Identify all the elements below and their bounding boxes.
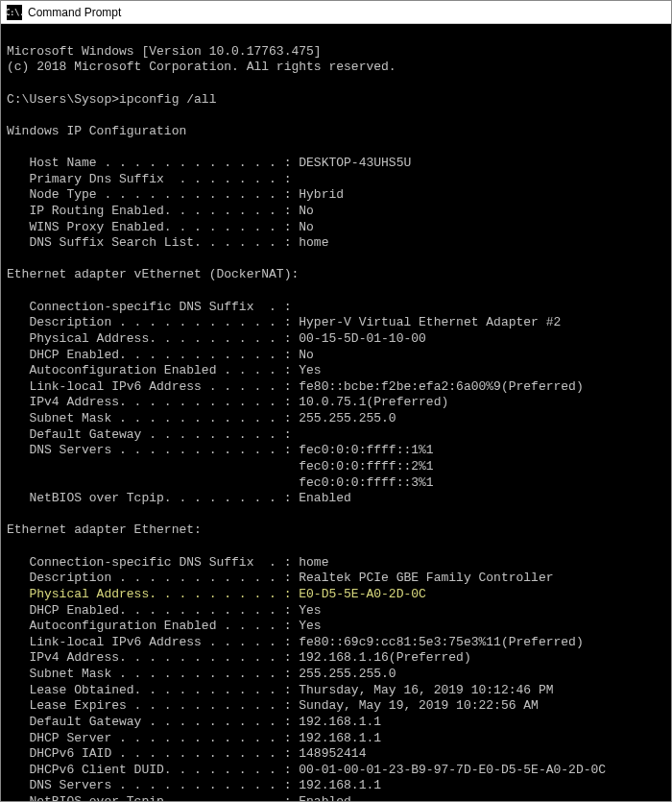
output-row: Description . . . . . . . . . . . : Hype… bbox=[7, 315, 561, 329]
output-row: Host Name . . . . . . . . . . . . : DESK… bbox=[7, 156, 411, 170]
output-row: IPv4 Address. . . . . . . . . . . : 192.… bbox=[7, 650, 471, 665]
output-row: WINS Proxy Enabled. . . . . . . . : No bbox=[7, 220, 314, 234]
output-row: IP Routing Enabled. . . . . . . . : No bbox=[7, 204, 314, 218]
output-row: Lease Obtained. . . . . . . . . . : Thur… bbox=[7, 683, 554, 697]
output-row: DHCPv6 IAID . . . . . . . . . . . : 1489… bbox=[7, 746, 366, 761]
output-row: DHCP Enabled. . . . . . . . . . . : No bbox=[7, 348, 314, 362]
output-row: Subnet Mask . . . . . . . . . . . : 255.… bbox=[7, 667, 396, 681]
output-row: fec0:0:0:ffff::2%1 bbox=[7, 459, 434, 474]
output-row: DNS Suffix Search List. . . . . . : home bbox=[7, 235, 328, 250]
output-row: DHCP Server . . . . . . . . . . . : 192.… bbox=[7, 731, 381, 745]
output-row: Description . . . . . . . . . . . : Real… bbox=[7, 571, 554, 585]
titlebar[interactable]: C:\. Command Prompt bbox=[1, 1, 671, 24]
output-row: Default Gateway . . . . . . . . . : bbox=[7, 427, 291, 442]
output-row: NetBIOS over Tcpip. . . . . . . . : Enab… bbox=[7, 794, 351, 801]
output-row: DHCPv6 Client DUID. . . . . . . . : 00-0… bbox=[7, 763, 606, 777]
adapter-heading: Ethernet adapter Ethernet: bbox=[7, 523, 202, 537]
output-row: Physical Address. . . . . . . . . : 00-1… bbox=[7, 331, 426, 346]
output-row: DHCP Enabled. . . . . . . . . . . : Yes bbox=[7, 603, 322, 618]
output-row: fec0:0:0:ffff::3%1 bbox=[7, 475, 434, 490]
command-prompt-window: C:\. Command Prompt Microsoft Windows [V… bbox=[0, 0, 672, 802]
adapter-heading: Ethernet adapter vEthernet (DockerNAT): bbox=[7, 267, 299, 281]
output-row: Autoconfiguration Enabled . . . . : Yes bbox=[7, 363, 322, 377]
prompt-path: C:\Users\Sysop> bbox=[7, 92, 119, 107]
output-row: Default Gateway . . . . . . . . . : 192.… bbox=[7, 715, 381, 729]
cmd-icon: C:\. bbox=[7, 5, 22, 20]
output-row-highlighted: Physical Address. . . . . . . . . : E0-D… bbox=[7, 587, 426, 601]
section-heading: Windows IP Configuration bbox=[7, 124, 186, 138]
output-row: NetBIOS over Tcpip. . . . . . . . : Enab… bbox=[7, 491, 351, 505]
output-row: Link-local IPv6 Address . . . . . : fe80… bbox=[7, 635, 584, 649]
window-title: Command Prompt bbox=[28, 6, 121, 19]
output-row: Lease Expires . . . . . . . . . . : Sund… bbox=[7, 698, 539, 713]
terminal-output[interactable]: Microsoft Windows [Version 10.0.17763.47… bbox=[1, 24, 671, 801]
prompt-line: C:\Users\Sysop>ipconfig /all bbox=[7, 92, 216, 107]
output-row: DNS Servers . . . . . . . . . . . : 192.… bbox=[7, 778, 381, 792]
output-row: IPv4 Address. . . . . . . . . . . : 10.0… bbox=[7, 395, 448, 409]
output-row: Autoconfiguration Enabled . . . . : Yes bbox=[7, 619, 322, 633]
output-row: DNS Servers . . . . . . . . . . . : fec0… bbox=[7, 443, 434, 457]
output-row: Node Type . . . . . . . . . . . . : Hybr… bbox=[7, 187, 344, 202]
output-row: Connection-specific DNS Suffix . : bbox=[7, 300, 291, 314]
prompt-command: ipconfig /all bbox=[119, 92, 216, 107]
output-row: Link-local IPv6 Address . . . . . : fe80… bbox=[7, 379, 584, 394]
output-row: Primary Dns Suffix . . . . . . . : bbox=[7, 172, 291, 186]
banner-line: Microsoft Windows [Version 10.0.17763.47… bbox=[7, 44, 322, 59]
output-row: Subnet Mask . . . . . . . . . . . : 255.… bbox=[7, 411, 396, 425]
output-row: Connection-specific DNS Suffix . : home bbox=[7, 555, 328, 570]
banner-line: (c) 2018 Microsoft Corporation. All righ… bbox=[7, 60, 396, 74]
